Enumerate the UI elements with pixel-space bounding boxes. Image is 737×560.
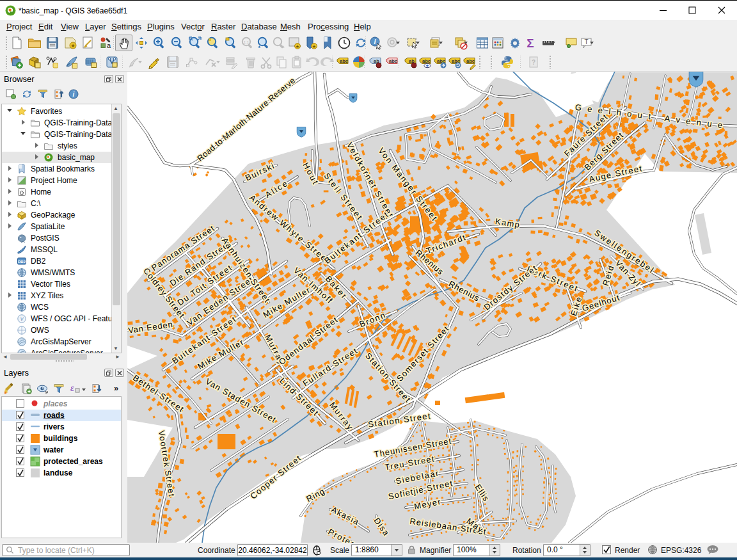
svg-text:DB2: DB2 xyxy=(18,260,26,264)
svg-text:Σ: Σ xyxy=(527,36,534,50)
svg-text:abc: abc xyxy=(340,58,348,64)
svg-text:ε: ε xyxy=(70,383,74,393)
svg-text:★: ★ xyxy=(70,43,75,49)
svg-text:★: ★ xyxy=(296,44,299,49)
svg-text:abc: abc xyxy=(389,58,397,64)
svg-text:abc: abc xyxy=(466,58,475,64)
svg-text:T: T xyxy=(584,38,588,45)
svg-text:a: a xyxy=(107,42,111,49)
svg-text:★: ★ xyxy=(312,44,316,49)
svg-text:i: i xyxy=(73,91,75,98)
svg-text:abc: abc xyxy=(422,58,431,64)
svg-text:?: ? xyxy=(532,59,535,66)
svg-text:1:1: 1:1 xyxy=(244,40,250,44)
